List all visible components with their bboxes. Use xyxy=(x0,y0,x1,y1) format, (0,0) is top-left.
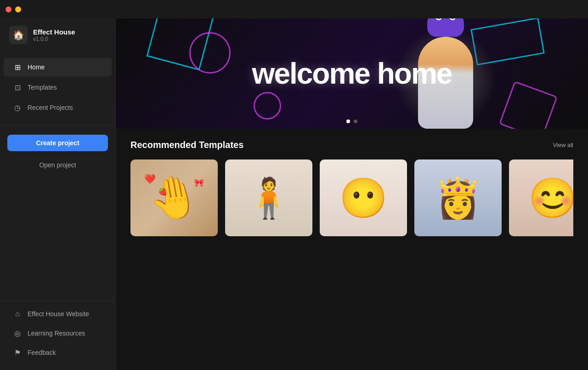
flag-icon: ⚑ xyxy=(13,348,22,357)
sidebar-item-website[interactable]: ⌂ Effect House Website xyxy=(4,305,112,323)
close-button[interactable] xyxy=(6,6,11,12)
main-nav: ⊞ Home ⊡ Templates ◷ Recent Projects xyxy=(0,53,115,121)
minimize-button[interactable] xyxy=(15,6,21,12)
template-card-3d-face-mask[interactable]: 😶 3D Face Mask Intermediate xyxy=(320,159,407,236)
create-project-button[interactable]: Create project xyxy=(7,135,108,151)
hero-banner[interactable]: welcome home xyxy=(116,18,588,129)
help-icon: ◎ xyxy=(13,329,22,338)
hat-eyes xyxy=(435,18,456,20)
sidebar-item-feedback[interactable]: ⚑ Feedback xyxy=(4,343,112,362)
sidebar-item-templates-label: Templates xyxy=(28,84,57,91)
hero-dot-2[interactable] xyxy=(354,120,357,123)
sidebar-item-learning-label: Learning Resources xyxy=(28,330,85,337)
sidebar-bottom: ⌂ Effect House Website ◎ Learning Resour… xyxy=(0,297,115,370)
logo-text: Effect House v1.0.0 xyxy=(33,28,75,42)
app-name: Effect House xyxy=(33,28,75,36)
hero-title: welcome home xyxy=(252,57,452,91)
hero-background: welcome home xyxy=(116,18,588,129)
template-thumb-face-morph: 😊 xyxy=(509,159,573,236)
neon-shape-pink2 xyxy=(254,92,281,120)
template-thumb-3d-face-mask: 😶 xyxy=(320,159,407,236)
neon-shape-pink xyxy=(189,32,231,74)
bottom-divider xyxy=(0,301,115,301)
app-version: v1.0.0 xyxy=(33,36,75,42)
globe-icon: ⌂ xyxy=(13,309,22,319)
main-content-area: Recommended Templates View all 🤚 ❤️ 🎀 🍓 … xyxy=(116,129,588,370)
sidebar-item-learning[interactable]: ◎ Learning Resources xyxy=(4,324,112,342)
sidebar-item-home-label: Home xyxy=(28,63,45,71)
sidebar-item-home[interactable]: ⊞ Home xyxy=(4,58,112,76)
template-card-face-morph[interactable]: 😊 Face Morph Intermediate xyxy=(509,159,573,236)
main-content: welcome home Recommended Templates View … xyxy=(116,0,588,370)
logo-icon: 🏠 xyxy=(9,26,28,44)
hat-eye-left xyxy=(435,18,442,20)
open-project-button[interactable]: Open project xyxy=(7,157,108,173)
clock-icon: ◷ xyxy=(13,103,22,112)
title-bar xyxy=(0,0,588,18)
view-all-link[interactable]: View all xyxy=(553,142,573,148)
template-thumb-head-tracker: 👸 xyxy=(414,159,502,236)
monster-hat xyxy=(427,18,464,37)
hero-dot-1[interactable] xyxy=(346,120,350,123)
home-icon: ⊞ xyxy=(13,63,22,72)
sidebar-item-templates[interactable]: ⊡ Templates xyxy=(4,78,112,97)
hat-eye-right xyxy=(449,18,456,20)
section-title: Recommended Templates xyxy=(130,140,243,150)
section-header: Recommended Templates View all xyxy=(130,140,573,150)
sidebar-item-feedback-label: Feedback xyxy=(28,349,56,356)
sidebar-item-recent-label: Recent Projects xyxy=(28,104,73,111)
template-grid: 🤚 ❤️ 🎀 🍓 Hand Gesture Intermediate 🧍 Clo… xyxy=(130,159,573,236)
app-logo: 🏠 Effect House v1.0.0 xyxy=(0,18,115,53)
template-card-cloth-try-on[interactable]: 🧍 Cloth Try On Beginner xyxy=(225,159,312,236)
template-thumb-cloth-try-on: 🧍 xyxy=(225,159,312,236)
sidebar-item-website-label: Effect House Website xyxy=(28,310,89,318)
templates-icon: ⊡ xyxy=(13,83,22,92)
hero-pagination xyxy=(346,120,357,123)
template-card-head-tracker[interactable]: 👸 Head Tracker Beginner xyxy=(414,159,502,236)
nav-divider xyxy=(0,125,115,125)
sidebar: 🏠 Effect House v1.0.0 ⊞ Home ⊡ Templates… xyxy=(0,0,116,370)
template-card-hand-gesture[interactable]: 🤚 ❤️ 🎀 🍓 Hand Gesture Intermediate xyxy=(130,159,218,236)
sidebar-item-recent[interactable]: ◷ Recent Projects xyxy=(4,98,112,117)
neon-shape-pink3 xyxy=(499,81,558,129)
template-thumb-hand-gesture: 🤚 ❤️ 🎀 🍓 xyxy=(130,159,218,236)
